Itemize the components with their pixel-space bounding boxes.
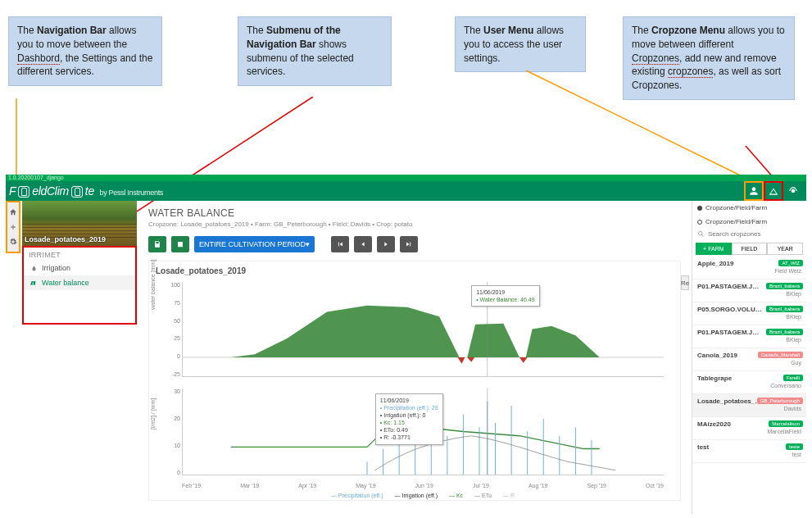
calendar-button[interactable] bbox=[171, 236, 189, 252]
chart-tooltip-1: 11/06/2019 • Water Balance: 46.49 bbox=[471, 285, 539, 307]
sidebar-image: Losade_potatoes_2019 bbox=[22, 201, 137, 246]
header-bar: FeldClimte by Pessl Instruments bbox=[6, 181, 806, 201]
cropzone-list: Apple_2019AT_WIZField WeizP01.PASTAGEM.J… bbox=[692, 257, 806, 463]
cropzone-panel: Cropzone/Field/Farm Cropzone/Field/Farm … bbox=[692, 201, 806, 514]
last-button[interactable] bbox=[400, 236, 418, 252]
cropzone-badge: Brazil_Itabera bbox=[766, 306, 803, 312]
version-bar: 1.0.20200107_django bbox=[6, 175, 806, 181]
cropzone-name: P05.SORGO.VOLUMAX... bbox=[697, 306, 763, 313]
cropzone-name: P01.PASTAGEM.JAN.19 bbox=[697, 329, 763, 336]
radio-selected-icon bbox=[697, 206, 702, 211]
cropzone-name: MAize2020 bbox=[697, 420, 763, 428]
submenu-label: Irrigation bbox=[42, 264, 70, 272]
calendar-icon bbox=[176, 240, 184, 248]
breadcrumb: Cropzone: Losade_potatoes_2019 • Farm: G… bbox=[148, 220, 681, 228]
field-icon bbox=[768, 185, 779, 197]
gear-icon bbox=[9, 238, 17, 246]
main-content: WATER BALANCE Cropzone: Losade_potatoes_… bbox=[140, 201, 689, 504]
tab-farm[interactable]: + FARM bbox=[696, 243, 732, 255]
droplet-icon bbox=[30, 265, 38, 272]
callout-cropzone: The Cropzone Menu allows you to move bet… bbox=[623, 16, 795, 100]
tab-year[interactable]: YEAR bbox=[767, 243, 803, 255]
precipitation-chart: [l/m2] / [mm] 3020100 11/06/2019 • Preci… bbox=[149, 385, 680, 500]
cropzone-badge: Brazil_Itabera bbox=[766, 329, 803, 335]
cropzone-item[interactable]: TablegrapeFarelliConversano bbox=[692, 371, 806, 394]
y-ticks-1: 1007550250-25 bbox=[167, 282, 180, 377]
cropzone-name: Losade_potatoes_20... bbox=[697, 398, 763, 405]
cropzone-search-input[interactable] bbox=[708, 230, 801, 238]
cropzone-farm: test bbox=[697, 452, 801, 457]
cropzone-item[interactable]: Canola_2019Canada_MarshallGuy bbox=[692, 348, 806, 371]
navigation-bar bbox=[6, 201, 20, 253]
cropzone-name: test bbox=[697, 443, 763, 451]
cropzone-farm: Conversano bbox=[697, 383, 801, 388]
home-icon bbox=[9, 208, 17, 216]
water-balance-chart: water balance [mm] 1007550250-25 11/06/2… bbox=[149, 279, 680, 385]
cropzone-item[interactable]: MAize2020MarcelalisonMarcellaField bbox=[692, 417, 806, 440]
refresh-button[interactable]: Re bbox=[681, 275, 689, 290]
cropzone-menu-button[interactable] bbox=[764, 181, 783, 201]
sort-option-1[interactable]: Cropzone/Field/Farm bbox=[692, 201, 806, 215]
submenu: IRRIMET Irrigation Water balance bbox=[22, 246, 137, 325]
sort-option-2[interactable]: Cropzone/Field/Farm bbox=[692, 215, 806, 229]
chart-tooltip-2: 11/06/2019 • Precipitation (eff.): 28 • … bbox=[375, 393, 443, 445]
period-dropdown[interactable]: ENTIRE CULTIVATION PERIOD ▾ bbox=[194, 236, 315, 252]
save-icon bbox=[153, 240, 161, 248]
submenu-item-water-balance[interactable]: Water balance bbox=[24, 275, 135, 290]
user-menu-button[interactable] bbox=[744, 181, 764, 201]
radio-unselected-icon bbox=[697, 220, 702, 225]
cropzone-name: Canola_2019 bbox=[697, 352, 763, 359]
submenu-item-irrigation[interactable]: Irrigation bbox=[24, 261, 135, 275]
plot-1[interactable]: 11/06/2019 • Water Balance: 46.49 bbox=[182, 282, 664, 377]
prev-button[interactable] bbox=[354, 236, 372, 252]
cropzone-farm: MarcellaField bbox=[697, 429, 801, 434]
cropzone-badge: Canada_Marshall bbox=[758, 352, 803, 358]
callout-user: The User Menu allows you to access the u… bbox=[455, 16, 586, 72]
nav-home[interactable] bbox=[7, 205, 19, 220]
cropzone-item[interactable]: P05.SORGO.VOLUMAX...Brazil_ItaberaBKiep bbox=[692, 302, 806, 325]
save-button[interactable] bbox=[148, 236, 166, 252]
chart-container: Losade_potatoes_2019 water balance [mm] … bbox=[148, 261, 681, 501]
sidebar: Losade_potatoes_2019 IRRIMET Irrigation … bbox=[22, 201, 137, 325]
toolbar: ENTIRE CULTIVATION PERIOD ▾ bbox=[140, 231, 689, 257]
submenu-section: IRRIMET bbox=[24, 248, 135, 261]
cropzone-name: Apple_2019 bbox=[697, 260, 763, 267]
callout-submenu: The Submenu of the Navigation Bar shows … bbox=[238, 16, 392, 86]
cropzone-farm: Field Weiz bbox=[697, 268, 801, 274]
first-icon bbox=[336, 240, 344, 248]
cropzone-farm: BKiep bbox=[697, 291, 801, 297]
logo-icon-2 bbox=[71, 186, 83, 198]
callout-nav: The Navigation Bar allows you to move be… bbox=[8, 16, 162, 86]
plus-icon bbox=[9, 223, 17, 231]
nav-settings[interactable] bbox=[7, 234, 19, 249]
prev-icon bbox=[359, 240, 367, 248]
tab-field[interactable]: FIELD bbox=[732, 243, 768, 255]
cropzone-item[interactable]: P01.PASTAGEM.JAN.19Brazil_ItaberaBKiep bbox=[692, 325, 806, 348]
x-ticks: Feb '19Mar '19Apr '19May '19Jun '19Jul '… bbox=[182, 483, 664, 488]
broadcast-button[interactable] bbox=[783, 181, 803, 201]
logo: FeldClimte by Pessl Instruments bbox=[9, 184, 163, 198]
broadcast-icon bbox=[787, 185, 799, 197]
search-icon bbox=[697, 230, 705, 238]
cropzone-name: Tablegrape bbox=[697, 375, 763, 382]
sidebar-cropzone-name: Losade_potatoes_2019 bbox=[25, 235, 106, 243]
chart-title: Losade_potatoes_2019 bbox=[149, 261, 680, 279]
plot-2[interactable]: 11/06/2019 • Precipitation (eff.): 28 • … bbox=[182, 388, 664, 475]
submenu-label: Water balance bbox=[42, 279, 89, 287]
cropzone-item[interactable]: Losade_potatoes_20...GB_PeterboroughDavi… bbox=[692, 394, 806, 417]
cropzone-item[interactable]: testtestetest bbox=[692, 440, 806, 463]
cropzone-name: P01.PASTAGEM.JAN.19 bbox=[697, 283, 763, 290]
balance-icon bbox=[30, 279, 38, 287]
next-icon bbox=[382, 240, 390, 248]
nav-add[interactable] bbox=[7, 220, 19, 234]
chart-legend: Precipitation (eff.) Irrigation (eff.) K… bbox=[182, 493, 664, 498]
next-button[interactable] bbox=[377, 236, 395, 252]
cropzone-item[interactable]: P01.PASTAGEM.JAN.19Brazil_ItaberaBKiep bbox=[692, 279, 806, 302]
search-row bbox=[692, 229, 806, 241]
first-button[interactable] bbox=[331, 236, 349, 252]
cropzone-badge: AT_WIZ bbox=[778, 260, 803, 266]
y-ticks-2: 3020100 bbox=[167, 388, 180, 475]
cropzone-badge: GB_Peterborough bbox=[757, 398, 803, 404]
cropzone-item[interactable]: Apple_2019AT_WIZField Weiz bbox=[692, 257, 806, 279]
user-icon bbox=[748, 185, 760, 197]
